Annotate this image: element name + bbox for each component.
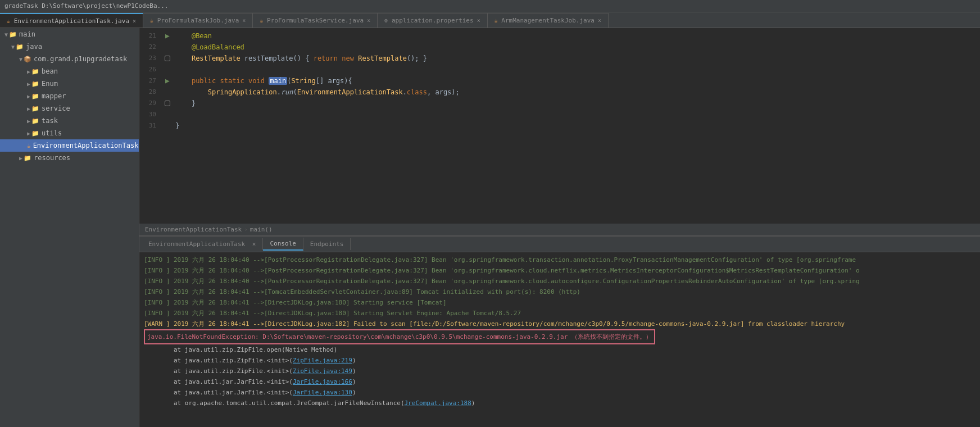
tab-env-task[interactable]: ☕ EnvironmentApplicationTask.java ×	[0, 13, 143, 28]
gutter-27: ▶	[162, 75, 173, 87]
sidebar-item-mapper[interactable]: ▶ 📁 mapper	[0, 90, 139, 102]
props-icon: ⚙	[384, 17, 388, 24]
code-line-30: 30	[139, 109, 980, 120]
code-line-21: 21 ▶ @Bean	[139, 30, 980, 42]
sidebar-label-resources: resources	[34, 154, 70, 162]
gutter-29	[162, 101, 173, 106]
console-tab[interactable]: Console	[263, 238, 303, 251]
arrow-icon-utils: ▶	[27, 130, 30, 137]
sidebar-item-env-task-file[interactable]: ☕ EnvironmentApplicationTask	[0, 139, 139, 152]
breakpoint-icon-29[interactable]	[165, 101, 170, 106]
console-line-12: at java.util.jar.JarFile.<init>(JarFile.…	[144, 376, 976, 387]
line-num-28: 28	[139, 87, 162, 98]
console-line-5: [INFO ] 2019 六月 26 18:04:41 -->[DirectJD…	[144, 297, 976, 308]
code-content-21: @Bean	[173, 30, 980, 42]
sidebar: ▼ 📁 main ▼ 📁 java ▼ 📦 com.grand.p1upgrad…	[0, 28, 139, 427]
code-line-26: 26	[139, 64, 980, 75]
tab-label-env-task: EnvironmentApplicationTask.java	[14, 17, 129, 25]
tab-label-app-props: application.properties	[392, 17, 474, 24]
sidebar-label-package: com.grand.p1upgradetask	[34, 55, 127, 63]
tab-arm-mgmt[interactable]: ☕ ArmManagementTaskJob.java ×	[488, 13, 609, 28]
code-lines: 21 ▶ @Bean 22 @LoadBalanced 23	[139, 28, 980, 134]
console-line-2: [INFO ] 2019 六月 26 18:04:40 -->[PostProc…	[144, 265, 976, 276]
run-arrow-icon[interactable]: ▶	[165, 75, 170, 87]
java-icon-4: ☕	[494, 17, 498, 24]
sidebar-item-resources[interactable]: ▶ 📁 resources	[0, 152, 139, 164]
line-num-31: 31	[139, 120, 162, 131]
console-line-9: at java.util.zip.ZipFile.open(Native Met…	[144, 344, 976, 355]
code-line-31: 31 }	[139, 120, 980, 131]
code-content-23: RestTemplate restTemplate() { return new…	[173, 53, 980, 64]
console-line-14: at org.apache.tomcat.util.compat.JreComp…	[144, 398, 976, 408]
java-icon-2: ☕	[150, 17, 153, 24]
sidebar-item-bean[interactable]: ▶ 📁 bean	[0, 65, 139, 78]
bottom-file-tab[interactable]: EnvironmentApplicationTask ×	[142, 238, 263, 250]
main-area: ▼ 📁 main ▼ 📁 java ▼ 📦 com.grand.p1upgrad…	[0, 28, 980, 427]
tab-bar: ☕ EnvironmentApplicationTask.java × ☕ Pr…	[0, 12, 980, 28]
bottom-panel: EnvironmentApplicationTask × Console End…	[139, 236, 980, 427]
arrow-icon-main: ▼	[4, 31, 8, 38]
tab-close-env-task[interactable]: ×	[133, 18, 136, 24]
endpoints-tab[interactable]: Endpoints	[303, 238, 351, 250]
tab-label-pro-formula-task: ProFormulaTaskJob.java	[157, 17, 239, 24]
arrow-icon-resources: ▶	[19, 155, 22, 161]
breakpoint-icon-23[interactable]	[165, 56, 170, 61]
sidebar-item-task[interactable]: ▶ 📁 task	[0, 115, 139, 127]
tab-pro-formula-service[interactable]: ☕ ProFormulaTaskService.java ×	[253, 13, 378, 28]
folder-icon-service: 📁	[31, 105, 39, 112]
sidebar-item-utils[interactable]: ▶ 📁 utils	[0, 127, 139, 139]
sidebar-item-java[interactable]: ▼ 📁 java	[0, 40, 139, 53]
arrow-icon-mapper: ▶	[27, 93, 30, 99]
sidebar-item-enum[interactable]: ▶ 📁 Enum	[0, 78, 139, 90]
endpoints-tab-label: Endpoints	[310, 240, 344, 248]
tab-label-arm-mgmt: ArmManagementTaskJob.java	[501, 17, 595, 24]
arrow-icon-enum: ▶	[27, 81, 30, 87]
console-line-13: at java.util.jar.JarFile.<init>(JarFile.…	[144, 387, 976, 398]
console-tab-label: Console	[270, 240, 296, 247]
line-num-30: 30	[139, 109, 162, 120]
tab-close-2[interactable]: ×	[242, 17, 246, 24]
java-file-icon: ☕	[27, 142, 31, 149]
code-editor[interactable]: 21 ▶ @Bean 22 @LoadBalanced 23	[139, 28, 980, 224]
bean-marker-icon: ▶	[165, 30, 170, 42]
line-num-27: 27	[139, 75, 162, 87]
tab-close-4[interactable]: ×	[477, 17, 480, 24]
line-num-21: 21	[139, 30, 162, 42]
tab-close-5[interactable]: ×	[598, 17, 601, 24]
tab-label-pro-formula-service: ProFormulaTaskService.java	[267, 17, 364, 24]
code-line-27: 27 ▶ public static void main(String[] ar…	[139, 75, 980, 87]
breadcrumb-bar: EnvironmentApplicationTask › main()	[139, 224, 980, 236]
tab-close-3[interactable]: ×	[367, 17, 370, 24]
arrow-icon-task: ▶	[27, 118, 30, 124]
bottom-file-tab-close[interactable]: ×	[252, 240, 256, 248]
sidebar-item-service[interactable]: ▶ 📁 service	[0, 102, 139, 115]
sidebar-label-service: service	[42, 105, 70, 112]
tab-pro-formula-task[interactable]: ☕ ProFormulaTaskJob.java ×	[143, 13, 253, 28]
error-highlight: java.io.FileNotFoundException: D:\Softwa…	[144, 329, 655, 344]
bottom-tab-bar: EnvironmentApplicationTask × Console End…	[139, 237, 980, 252]
code-content-29: }	[173, 98, 980, 109]
sidebar-label-mapper: mapper	[42, 92, 66, 100]
console-line-7: [WARN ] 2019 六月 26 18:04:41 -->[DirectJD…	[144, 319, 976, 329]
code-content-22: @LoadBalanced	[173, 42, 980, 53]
breadcrumb-method: main()	[250, 226, 273, 233]
folder-icon-utils: 📁	[31, 130, 39, 137]
sidebar-label-main: main	[19, 30, 35, 38]
console-line-6: [INFO ] 2019 六月 26 18:04:41 -->[DirectJD…	[144, 308, 976, 319]
sidebar-label-bean: bean	[42, 67, 58, 75]
sidebar-label-enum: Enum	[42, 80, 58, 88]
tab-app-props[interactable]: ⚙ application.properties ×	[378, 13, 487, 28]
console-line-4: [INFO ] 2019 六月 26 18:04:41 -->[TomcatEm…	[144, 287, 976, 297]
console-output[interactable]: [INFO ] 2019 六月 26 18:04:40 -->[PostProc…	[139, 252, 980, 427]
sidebar-label-java: java	[26, 43, 42, 51]
code-content-31: }	[173, 120, 980, 131]
code-content-28: SpringApplication.run(EnvironmentApplica…	[173, 87, 980, 98]
sidebar-item-package[interactable]: ▼ 📦 com.grand.p1upgradetask	[0, 53, 139, 65]
gutter-23	[162, 56, 173, 61]
console-line-1: [INFO ] 2019 六月 26 18:04:40 -->[PostProc…	[144, 255, 976, 265]
sidebar-item-main[interactable]: ▼ 📁 main	[0, 28, 139, 40]
line-num-22: 22	[139, 42, 162, 53]
arrow-icon-service: ▶	[27, 106, 30, 112]
arrow-icon-java: ▼	[11, 44, 15, 50]
folder-icon-resources: 📁	[24, 155, 31, 162]
